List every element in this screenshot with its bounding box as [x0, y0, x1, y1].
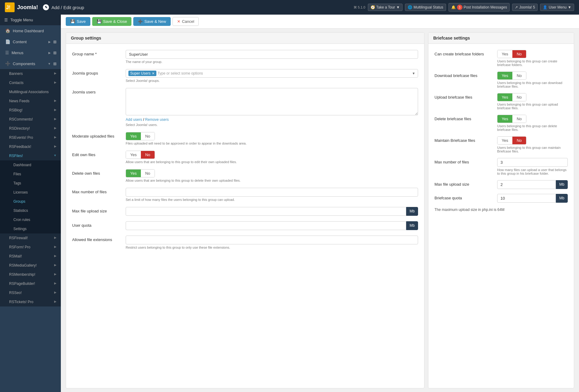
topbar: J! Joomla! ✎ Add / Edit group ⌘ 5.1.0 🧭 … — [0, 0, 579, 15]
sidebar-item-rsdirectory[interactable]: RSDirectory! ▶ — [0, 124, 61, 133]
allowed-ext-input[interactable] — [126, 236, 418, 244]
sidebar-item-rsfiles-statistics[interactable]: Statistics — [0, 206, 61, 215]
sidebar-item-rsfiles-cronrules[interactable]: Cron rules — [0, 215, 61, 224]
rstickets-arrow-icon: ▶ — [54, 300, 57, 303]
sidebar-item-rsfiles-licenses[interactable]: Licenses — [0, 188, 61, 197]
delete-bf-hint: Users belonging to this group can delete… — [497, 124, 568, 131]
max-files-input[interactable] — [126, 188, 418, 197]
maintain-no-button[interactable]: No — [512, 137, 526, 144]
sidebar-item-rspagebuilder[interactable]: RSPageBuilder! ▶ — [0, 279, 61, 288]
create-folders-toggle: Yes No — [497, 50, 526, 58]
maintain-yes-button[interactable]: Yes — [497, 137, 512, 144]
sidebar-item-rscomments[interactable]: RSComments! ▶ — [0, 115, 61, 124]
bf-max-files-input[interactable] — [497, 158, 568, 167]
max-upload-suffix: Mb — [406, 207, 418, 216]
page-title-bar: ✎ Add / Edit group — [43, 4, 354, 10]
user-chevron-icon: ▼ — [568, 5, 571, 9]
remove-users-link[interactable]: Remove users — [145, 117, 169, 122]
upload-yes-button[interactable]: Yes — [497, 93, 512, 101]
toggle-menu-button[interactable]: ☰ Toggle Menu — [0, 15, 61, 25]
download-no-button[interactable]: No — [512, 72, 526, 79]
sidebar-item-rsfiles-groups[interactable]: Groups — [0, 197, 61, 206]
save-button[interactable]: 💾 Save — [66, 17, 90, 26]
add-users-link[interactable]: Add users — [126, 117, 142, 122]
sidebar-item-rsmail[interactable]: RSMail! ▶ — [0, 252, 61, 261]
bf-max-upload-suffix: Mb — [556, 180, 568, 189]
cancel-button[interactable]: ✕ Cancel — [173, 17, 199, 26]
save-new-button[interactable]: ➕ Save & New — [133, 17, 171, 26]
joomla5-button[interactable]: ↗ Joomla! 5 — [512, 4, 538, 11]
upload-no-button[interactable]: No — [512, 93, 526, 101]
user-menu-button[interactable]: 👤 User Menu ▼ — [540, 4, 574, 11]
create-folders-no-button[interactable]: No — [512, 50, 526, 58]
sidebar-item-rstickets[interactable]: RSTickets! Pro ▶ — [0, 297, 61, 306]
delete-bf-yes-button[interactable]: Yes — [497, 115, 512, 123]
sidebar-item-rsfeedback[interactable]: RSFeedback! ▶ — [0, 142, 61, 151]
moderate-yes-button[interactable]: Yes — [126, 132, 141, 140]
sidebar-item-menus[interactable]: ☰ Menus ▶ ⊞ — [0, 47, 61, 58]
joomla-groups-input[interactable]: Super Users ✕ Type or select some option… — [126, 69, 418, 78]
edit-own-no-button[interactable]: No — [141, 151, 155, 159]
moderate-no-button[interactable]: No — [141, 132, 155, 140]
content-grid-icon: ⊞ — [53, 40, 57, 44]
sidebar-item-components[interactable]: ➕ Components ▼ ⊞ — [0, 58, 61, 69]
sidebar-item-rsfiles-files[interactable]: Files — [0, 170, 61, 179]
sidebar-item-rsblog[interactable]: RSBlog! ▶ — [0, 106, 61, 115]
menus-grid-icon: ⊞ — [53, 51, 57, 55]
group-name-input[interactable] — [126, 50, 418, 59]
briefcase-settings-panel: Briefcase settings Can create briefcase … — [428, 32, 574, 388]
delete-bf-no-button[interactable]: No — [512, 115, 526, 123]
rsseo-arrow-icon: ▶ — [54, 291, 57, 294]
sidebar-item-contacts[interactable]: Contacts ▶ — [0, 78, 61, 87]
tour-icon: 🧭 — [371, 5, 375, 9]
download-label: Download briefcase files — [434, 72, 492, 78]
create-folders-field: Can create briefcase folders Yes No User… — [434, 50, 568, 67]
sidebar-item-home[interactable]: 🏠 Home Dashboard — [0, 25, 61, 36]
sidebar-item-rsfirewall[interactable]: RSFirewall! ▶ — [0, 233, 61, 243]
tour-chevron-icon: ▼ — [396, 5, 400, 9]
create-folders-control: Yes No Users belonging to this group can… — [497, 50, 568, 67]
create-folders-yes-button[interactable]: Yes — [497, 50, 512, 58]
download-yes-button[interactable]: Yes — [497, 72, 512, 79]
save-close-button[interactable]: 💾 Save & Close — [92, 17, 132, 26]
sidebar-item-multilingual[interactable]: Multilingual Associations — [0, 87, 61, 96]
allowed-ext-label: Allowed file extensions — [72, 236, 121, 242]
max-upload-input[interactable] — [126, 207, 406, 216]
save-icon: 💾 — [70, 19, 75, 24]
sidebar-item-rsfiles-dashboard[interactable]: Dashboard — [0, 160, 61, 170]
sidebar-item-rsfiles-settings[interactable]: Settings — [0, 224, 61, 233]
sidebar-item-rsmembership[interactable]: RSMembership! ▶ — [0, 270, 61, 279]
multilingual-status-button[interactable]: 🌐 Multilingual Status — [405, 4, 446, 11]
joomla-groups-label: Joomla groups — [72, 69, 121, 75]
sidebar-item-banners[interactable]: Banners ▶ — [0, 69, 61, 78]
max-files-field: Max number of files Set a limit of how m… — [72, 188, 418, 201]
max-upload-label: Max file upload size — [72, 207, 121, 213]
toolbar: 💾 Save 💾 Save & Close ➕ Save & New ✕ Can… — [61, 15, 579, 29]
tag-dropdown-icon: ▼ — [412, 72, 415, 75]
remove-tag-button[interactable]: ✕ — [152, 72, 155, 75]
sidebar-item-rsmediagallery[interactable]: RSMediaGallery! ▶ — [0, 261, 61, 270]
sidebar-item-rsfiles[interactable]: RSFiles! ▼ — [0, 151, 61, 160]
sidebar-item-content[interactable]: 📄 Content ▶ ⊞ — [0, 36, 61, 47]
bell-icon: 🔔 — [451, 5, 456, 9]
sidebar-item-rsform[interactable]: RSForm! Pro ▶ — [0, 243, 61, 252]
delete-own-no-button[interactable]: No — [141, 170, 155, 177]
joomla-users-textarea[interactable] — [126, 88, 418, 115]
delete-own-yes-button[interactable]: Yes — [126, 170, 141, 177]
notifications-button[interactable]: 🔔 3 Post Installation Messages — [448, 3, 510, 12]
take-a-tour-button[interactable]: 🧭 Take a Tour ▼ — [368, 4, 403, 11]
sidebar-item-rsevents[interactable]: RSEvents! Pro ▶ — [0, 133, 61, 142]
bf-quota-input[interactable] — [497, 194, 556, 203]
edit-own-yes-button[interactable]: Yes — [126, 151, 141, 159]
user-quota-field: User quota Mb — [72, 221, 418, 230]
upload-field: Upload briefcase files Yes No Users belo… — [434, 93, 568, 110]
users-links: Add users / Remove users — [126, 117, 418, 122]
sidebar-item-rsseo[interactable]: RSSeo! ▶ — [0, 288, 61, 297]
sidebar-item-newsfeeds[interactable]: News Feeds ▶ — [0, 96, 61, 106]
sidebar-item-rsfiles-tags[interactable]: Tags — [0, 179, 61, 188]
user-quota-input[interactable] — [126, 221, 406, 230]
moderate-control: Yes No Files uploaded will need to be ap… — [126, 132, 418, 145]
version-badge: ⌘ 5.1.0 — [354, 5, 365, 9]
joomla-users-label: Joomla users — [72, 88, 121, 94]
bf-max-upload-input[interactable] — [497, 180, 556, 189]
